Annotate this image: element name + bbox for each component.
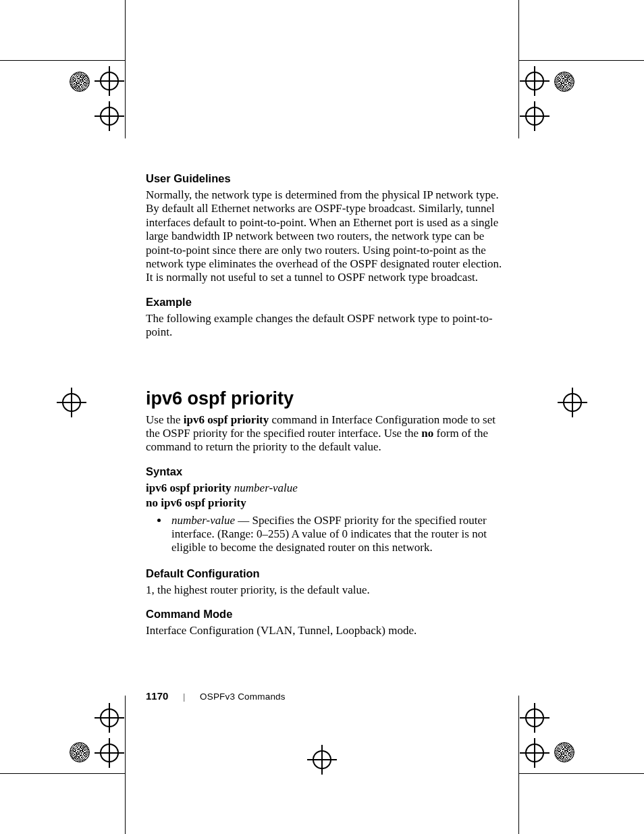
syntax-line-1-cmd: ipv6 ospf priority bbox=[146, 481, 234, 494]
text-intro-no: no bbox=[421, 427, 433, 440]
paragraph-user-guidelines: Normally, the network type is determined… bbox=[146, 188, 510, 285]
crop-line bbox=[518, 0, 519, 138]
crop-line bbox=[125, 696, 126, 834]
syntax-line-1-param: number-value bbox=[234, 481, 298, 494]
heading-example: Example bbox=[146, 296, 510, 309]
registration-burst-icon bbox=[554, 72, 574, 92]
registration-burst-icon bbox=[554, 742, 574, 762]
paragraph-command-mode: Interface Configuration (VLAN, Tunnel, L… bbox=[146, 624, 510, 637]
text-intro-cmd: ipv6 ospf priority bbox=[184, 413, 269, 426]
paragraph-command-intro: Use the ipv6 ospf priority command in In… bbox=[146, 413, 510, 454]
registration-burst-icon bbox=[70, 72, 90, 92]
registration-cross-icon bbox=[525, 708, 544, 727]
registration-burst-icon bbox=[70, 742, 90, 762]
paragraph-example: The following example changes the defaul… bbox=[146, 312, 510, 340]
command-title: ipv6 ospf priority bbox=[146, 388, 510, 409]
registration-cross-icon bbox=[100, 744, 119, 762]
registration-cross-icon bbox=[525, 744, 544, 762]
registration-cross-icon bbox=[100, 107, 119, 126]
registration-cross-icon bbox=[563, 393, 582, 412]
paragraph-default-config: 1, the highest router priority, is the d… bbox=[146, 583, 510, 597]
syntax-bullets: number-value — Specifies the OSPF priori… bbox=[146, 514, 510, 555]
crop-line bbox=[0, 773, 125, 774]
crop-line bbox=[518, 696, 519, 834]
syntax-bullet: number-value — Specifies the OSPF priori… bbox=[169, 514, 510, 555]
chapter-name: OSPFv3 Commands bbox=[200, 692, 286, 702]
crop-line bbox=[519, 60, 644, 61]
syntax-line-2: no ipv6 ospf priority bbox=[146, 496, 510, 510]
main-content: User Guidelines Normally, the network ty… bbox=[146, 172, 510, 638]
heading-default-config: Default Configuration bbox=[146, 567, 510, 580]
text-intro-pre: Use the bbox=[146, 413, 184, 426]
crop-line bbox=[519, 773, 644, 774]
registration-cross-icon bbox=[100, 708, 119, 727]
heading-command-mode: Command Mode bbox=[146, 608, 510, 621]
crop-line bbox=[125, 0, 126, 138]
registration-cross-icon bbox=[62, 393, 81, 412]
registration-cross-icon bbox=[100, 72, 119, 90]
footer-separator: | bbox=[183, 692, 185, 702]
syntax-line-1: ipv6 ospf priority number-value bbox=[146, 481, 510, 495]
registration-cross-icon bbox=[525, 72, 544, 90]
registration-cross-icon bbox=[313, 750, 331, 769]
syntax-bullet-param: number-value bbox=[171, 514, 235, 527]
page-number: 1170 bbox=[146, 690, 168, 702]
page: User Guidelines Normally, the network ty… bbox=[0, 0, 644, 834]
heading-syntax: Syntax bbox=[146, 465, 510, 478]
crop-line bbox=[0, 60, 125, 61]
footer: 1170 | OSPFv3 Commands bbox=[146, 690, 286, 702]
registration-cross-icon bbox=[525, 107, 544, 126]
heading-user-guidelines: User Guidelines bbox=[146, 172, 510, 185]
